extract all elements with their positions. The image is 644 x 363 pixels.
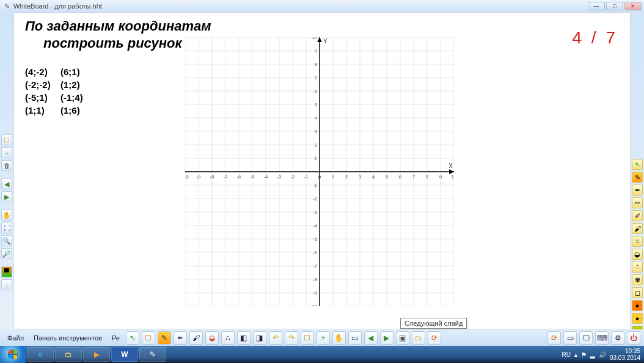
eraser2-icon[interactable]: ◨ xyxy=(253,331,266,345)
fill-icon[interactable]: ◒ xyxy=(632,249,643,260)
trash-icon[interactable]: 🗑 xyxy=(1,160,12,171)
svg-text:-1: -1 xyxy=(313,183,318,188)
svg-text:5: 5 xyxy=(386,174,389,180)
pencil-icon[interactable]: ✐ xyxy=(632,210,643,221)
svg-text:6: 6 xyxy=(399,174,402,180)
color-swatch-icon[interactable]: ▀ xyxy=(1,266,12,277)
taskbar-explorer-icon[interactable]: 🗀 xyxy=(55,347,82,362)
start-button[interactable] xyxy=(0,346,26,363)
cursor-icon[interactable]: ↖ xyxy=(632,159,643,170)
insert-icon[interactable]: ＋ xyxy=(317,331,330,345)
pen-icon[interactable]: ✒ xyxy=(632,185,643,196)
tray-lang[interactable]: RU xyxy=(562,351,570,358)
tray-time: 10:35 xyxy=(610,348,640,354)
taskbar-word-icon[interactable]: W xyxy=(111,347,138,362)
folder-icon[interactable]: 🗀 xyxy=(412,331,425,345)
tray-volume-icon[interactable]: 🔊 xyxy=(599,351,606,358)
pen-icon[interactable]: ✒ xyxy=(174,331,187,345)
marker-icon[interactable]: ⁙ xyxy=(632,236,643,247)
zoom-in-icon[interactable]: 🔍 xyxy=(1,235,12,246)
undo-icon[interactable]: ↶ xyxy=(269,331,282,345)
pen2-icon[interactable]: ✏ xyxy=(632,197,643,208)
list-item: (4;-2)(6;1) xyxy=(25,65,83,78)
highlighter-icon[interactable]: ✎ xyxy=(632,172,643,183)
brush-icon[interactable]: 🖌 xyxy=(632,223,643,234)
reload-icon[interactable]: ⟳ xyxy=(428,331,441,345)
color-icon[interactable]: ● xyxy=(632,300,643,311)
highlighter-icon[interactable]: ✎ xyxy=(158,331,171,345)
taskbar-ie-icon[interactable]: e xyxy=(27,347,54,362)
menu-resources[interactable]: Ре xyxy=(108,334,123,342)
page-icon[interactable]: ▭ xyxy=(348,331,362,345)
tray-flag-icon[interactable]: ⚑ xyxy=(581,351,587,358)
svg-text:-4: -4 xyxy=(263,174,268,180)
svg-text:0: 0 xyxy=(318,174,321,180)
page-sep: / xyxy=(591,28,599,47)
tray-chevron-icon[interactable]: ▴ xyxy=(574,351,577,358)
svg-text:1: 1 xyxy=(315,156,318,161)
brush-icon[interactable]: 🖌 xyxy=(189,331,203,345)
tray-clock[interactable]: 10:35 03.03.2014 xyxy=(610,348,640,361)
svg-text:-7: -7 xyxy=(223,174,228,180)
eyedropper-icon[interactable]: ⟂ xyxy=(1,279,12,290)
fill-icon[interactable]: ◒ xyxy=(205,331,219,345)
svg-text:-10: -10 xyxy=(310,304,317,306)
fit-icon[interactable]: ⛶ xyxy=(1,222,12,233)
spray-icon[interactable]: ∴ xyxy=(632,262,643,273)
svg-text:-4: -4 xyxy=(313,223,318,229)
svg-text:10: 10 xyxy=(312,37,317,40)
svg-text:9: 9 xyxy=(315,48,318,54)
add-page-icon[interactable]: ＋ xyxy=(1,147,12,158)
screen-icon[interactable]: 🖵 xyxy=(579,331,593,345)
redo-icon[interactable]: ↷ xyxy=(285,331,298,345)
minimize-button[interactable]: — xyxy=(588,2,605,10)
spray-icon[interactable]: ∴ xyxy=(221,331,235,345)
gear-icon[interactable]: ⚙ xyxy=(611,331,624,345)
arrow-right-icon[interactable]: ▶ xyxy=(1,191,12,202)
exit-icon[interactable]: ⏻ xyxy=(627,331,640,345)
svg-text:8: 8 xyxy=(426,174,429,180)
list-item: (-5;1)(-1;4) xyxy=(25,91,83,104)
svg-text:-3: -3 xyxy=(277,174,282,180)
refresh-icon[interactable]: ⟳ xyxy=(547,331,561,345)
svg-text:-2: -2 xyxy=(290,174,295,180)
menu-tools-panel[interactable]: Панель инструментов xyxy=(30,334,106,342)
coordinate-list: (4;-2)(6;1) (-2;-2)(1;2) (-5;1)(-1;4) (1… xyxy=(25,65,83,117)
orange-icon[interactable]: ● xyxy=(632,313,643,324)
zoom-out-icon[interactable]: 🔎 xyxy=(1,248,12,259)
hand-icon[interactable]: ✋ xyxy=(1,210,12,221)
maximize-button[interactable]: □ xyxy=(606,2,623,10)
close-button[interactable]: ✕ xyxy=(624,2,642,10)
shape-icon[interactable]: ◻ xyxy=(632,287,643,298)
tray-date: 03.03.2014 xyxy=(610,354,640,361)
separator xyxy=(0,261,13,265)
camera-icon[interactable]: ▣ xyxy=(396,331,409,345)
cursor-icon[interactable]: ↖ xyxy=(126,331,139,345)
select-icon[interactable]: ☐ xyxy=(142,331,155,345)
eraser-icon[interactable]: ◧ xyxy=(237,331,251,345)
svg-text:1: 1 xyxy=(332,174,335,180)
new-page-icon[interactable]: ☐ xyxy=(301,331,314,345)
keyboard-icon[interactable]: ⌨ xyxy=(595,331,609,345)
svg-text:-6: -6 xyxy=(236,174,241,180)
svg-marker-44 xyxy=(449,169,454,174)
stamp-icon[interactable]: ✾ xyxy=(632,274,643,285)
window-titlebar: ✎ WhiteBoard - для работы.hht — □ ✕ xyxy=(0,0,644,12)
arrow-left-icon[interactable]: ◀ xyxy=(1,178,12,189)
svg-text:7: 7 xyxy=(412,174,415,180)
page-counter: 4 / 7 xyxy=(573,28,618,48)
next-slide-icon[interactable]: ▶ xyxy=(380,331,393,345)
hand-icon[interactable]: ✋ xyxy=(332,331,346,345)
prev-slide-icon[interactable]: ◀ xyxy=(364,331,378,345)
taskbar-whiteboard-icon[interactable]: ✎ xyxy=(139,347,166,362)
menu-file[interactable]: Файл xyxy=(4,334,27,342)
svg-text:-9: -9 xyxy=(196,174,201,180)
taskbar-player-icon[interactable]: ▶ xyxy=(83,347,110,362)
app-bottom-strip: Файл Панель инструментов Ре ↖ ☐ ✎ ✒ 🖌 ◒ … xyxy=(0,329,644,346)
svg-text:-9: -9 xyxy=(313,290,318,296)
edit-icon[interactable]: ☐ xyxy=(1,134,12,145)
svg-text:9: 9 xyxy=(439,174,442,180)
window-icon[interactable]: ▭ xyxy=(563,331,577,345)
tray-battery-icon[interactable]: ▂ xyxy=(590,351,595,358)
svg-text:10: 10 xyxy=(452,174,454,180)
